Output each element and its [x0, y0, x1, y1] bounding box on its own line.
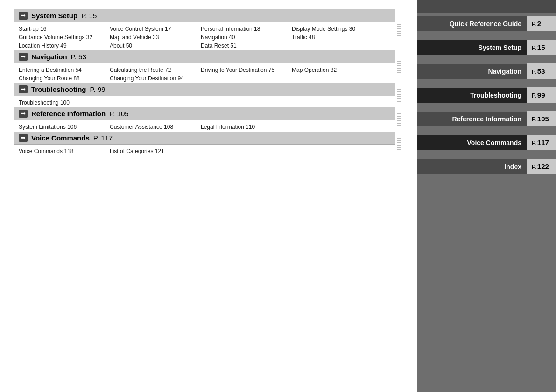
section-body-voice-commands: Voice Commands 118List of Categories 121 [14, 145, 395, 156]
section-title-troubleshooting: Troubleshooting [31, 85, 86, 93]
page-prefix-3: P. [532, 92, 536, 99]
section-title-system-setup: System Setup [31, 12, 77, 20]
section-row-system-setup-2: Location History 49About 50Data Reset 51 [19, 42, 391, 49]
section-item-voice-commands-0-0: Voice Commands 118 [19, 147, 110, 155]
scroll-tick-voice-commands-5 [397, 149, 401, 150]
section-troubleshooting: ➡Troubleshooting P. 99Troubleshooting 10… [14, 83, 403, 107]
section-item-system-setup-1-1: Map and Vehicle 33 [110, 34, 201, 41]
sidebar-divider-0 [417, 34, 556, 37]
scroll-indicator-troubleshooting [395, 83, 403, 107]
section-body-navigation: Entering a Destination 54Calculating the… [14, 63, 395, 83]
section-item-system-setup-2-1: About 50 [110, 42, 201, 49]
section-header-reference-information: ➡Reference Information P. 105 [14, 107, 395, 120]
sidebar-divider-1 [417, 58, 556, 61]
sidebar-divider-6 [417, 177, 556, 180]
scroll-tick-navigation-1 [397, 63, 401, 64]
sidebar-divider-4 [417, 129, 556, 132]
section-navigation: ➡Navigation P. 53Entering a Destination … [14, 50, 403, 83]
section-empty-voice-commands-0-3 [292, 147, 383, 155]
sidebar-item-4[interactable]: Reference InformationP.105 [417, 111, 556, 126]
section-header-voice-commands: ➡Voice Commands P. 117 [14, 132, 395, 145]
section-item-navigation-1-0: Changing Your Route 88 [19, 75, 110, 82]
section-empty-troubleshooting-0-2 [201, 99, 292, 106]
section-header-troubleshooting: ➡Troubleshooting P. 99 [14, 83, 395, 96]
scroll-tick-reference-information-1 [397, 116, 401, 117]
section-item-system-setup-0-1: Voice Control System 17 [110, 25, 201, 33]
sidebar-item-label-5: Voice Commands [417, 135, 527, 150]
page-prefix-0: P. [532, 21, 536, 28]
scroll-tick-navigation-4 [397, 70, 401, 71]
section-body-troubleshooting: Troubleshooting 100 [14, 96, 395, 107]
sidebar-item-page-4: P.105 [527, 111, 556, 126]
page-prefix-6: P. [532, 164, 536, 170]
scroll-tick-voice-commands-0 [397, 138, 401, 139]
scroll-tick-voice-commands-3 [397, 145, 401, 146]
sidebar-item-1[interactable]: System SetupP.15 [417, 40, 556, 55]
section-item-navigation-0-3: Map Operation 82 [292, 66, 383, 74]
scroll-tick-navigation-3 [397, 68, 401, 69]
scroll-tick-system-setup-5 [397, 35, 401, 36]
scroll-indicator-reference-information [395, 107, 403, 132]
scroll-tick-system-setup-2 [397, 28, 401, 29]
section-item-reference-information-0-2: Legal Information 110 [201, 123, 292, 131]
section-item-system-setup-0-3: Display Mode Settings 30 [292, 25, 383, 33]
section-system-setup: ➡System Setup P. 15Start-up 16Voice Cont… [14, 9, 403, 50]
page-wrapper: ➡System Setup P. 15Start-up 16Voice Cont… [0, 0, 556, 392]
section-item-system-setup-1-3: Traffic 48 [292, 34, 383, 41]
section-row-voice-commands-0: Voice Commands 118List of Categories 121 [19, 147, 391, 155]
section-row-navigation-0: Entering a Destination 54Calculating the… [19, 66, 391, 74]
scroll-tick-reference-information-4 [397, 123, 401, 124]
section-item-navigation-0-0: Entering a Destination 54 [19, 66, 110, 74]
section-empty-navigation-1-3 [292, 75, 383, 82]
sidebar-item-label-4: Reference Information [417, 112, 527, 126]
sidebar-item-6[interactable]: IndexP.122 [417, 159, 556, 174]
scroll-tick-troubleshooting-0 [397, 89, 401, 90]
section-item-system-setup-2-2: Data Reset 51 [201, 42, 292, 49]
sidebar-item-label-3: Troubleshooting [417, 88, 527, 103]
scroll-tick-reference-information-0 [397, 113, 401, 114]
scroll-tick-troubleshooting-4 [397, 98, 401, 99]
section-item-system-setup-0-0: Start-up 16 [19, 25, 110, 33]
scroll-tick-reference-information-5 [397, 125, 401, 126]
section-row-system-setup-0: Start-up 16Voice Control System 17Person… [19, 25, 391, 33]
section-icon-system-setup: ➡ [19, 12, 28, 20]
section-row-system-setup-1: Guidance Volume Settings 32Map and Vehic… [19, 34, 391, 41]
section-empty-navigation-1-2 [201, 75, 292, 82]
section-page-troubleshooting: P. 99 [90, 85, 106, 93]
sidebar-item-page-5: P.117 [527, 135, 556, 150]
sidebar-item-label-6: Index [417, 159, 527, 174]
scroll-indicator-system-setup [395, 9, 403, 50]
page-prefix-2: P. [532, 69, 536, 75]
scroll-tick-troubleshooting-1 [397, 91, 401, 92]
section-empty-troubleshooting-0-1 [110, 99, 201, 106]
page-prefix-1: P. [532, 45, 536, 51]
section-item-navigation-0-1: Calculating the Route 72 [110, 66, 201, 74]
section-icon-troubleshooting: ➡ [19, 85, 28, 93]
section-item-troubleshooting-0-0: Troubleshooting 100 [19, 99, 110, 106]
section-item-system-setup-2-0: Location History 49 [19, 42, 110, 49]
sidebar-divider-3 [417, 105, 556, 108]
content-area: ➡System Setup P. 15Start-up 16Voice Cont… [0, 0, 417, 392]
section-page-system-setup: P. 15 [81, 12, 97, 20]
section-title-voice-commands: Voice Commands [31, 134, 90, 142]
sidebar-item-page-1: P.15 [527, 40, 556, 55]
scroll-tick-system-setup-4 [397, 33, 401, 34]
sections-container: ➡System Setup P. 15Start-up 16Voice Cont… [14, 9, 403, 156]
scroll-tick-voice-commands-4 [397, 147, 401, 148]
section-item-system-setup-0-2: Personal Information 18 [201, 25, 292, 33]
sidebar-items-container: Quick Reference GuideP.2System SetupP.15… [417, 13, 556, 180]
sidebar-item-5[interactable]: Voice CommandsP.117 [417, 135, 556, 150]
scroll-tick-navigation-5 [397, 72, 401, 73]
section-empty-system-setup-2-3 [292, 42, 383, 49]
scroll-tick-reference-information-3 [397, 120, 401, 121]
sidebar-item-3[interactable]: TroubleshootingP.99 [417, 87, 556, 103]
sidebar-item-0[interactable]: Quick Reference GuideP.2 [417, 16, 556, 31]
sidebar-item-page-6: P.122 [527, 159, 556, 174]
section-item-reference-information-0-1: Customer Assistance 108 [110, 123, 201, 131]
section-page-navigation: P. 53 [71, 53, 86, 61]
section-item-system-setup-1-0: Guidance Volume Settings 32 [19, 34, 110, 41]
section-title-navigation: Navigation [31, 53, 67, 61]
sidebar-item-2[interactable]: NavigationP.53 [417, 63, 556, 79]
section-row-troubleshooting-0: Troubleshooting 100 [19, 99, 391, 106]
scroll-tick-system-setup-0 [397, 24, 401, 25]
